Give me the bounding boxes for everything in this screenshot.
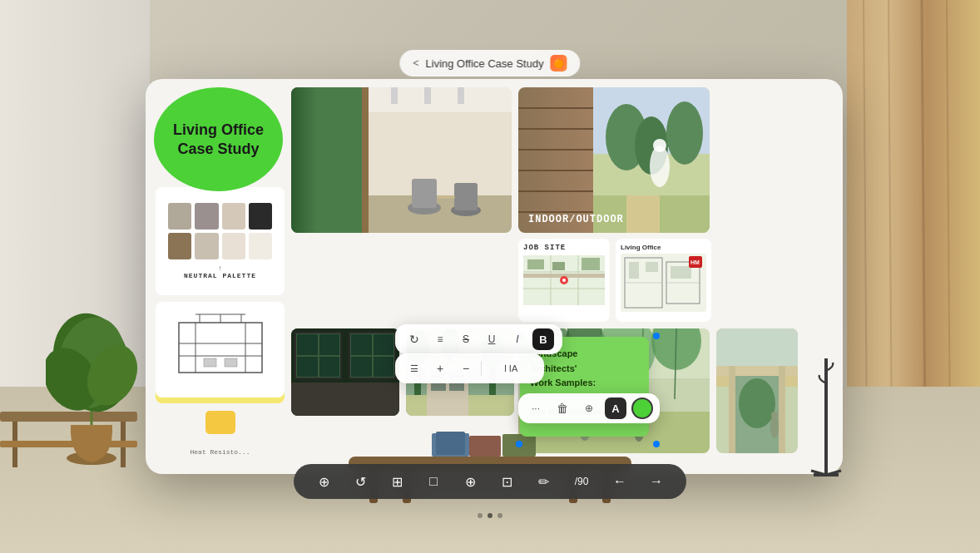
svg-rect-101 — [374, 334, 393, 355]
selection-dot-br — [653, 441, 660, 447]
office-photo-green-wall[interactable] — [291, 87, 512, 233]
toolbar-grid-btn[interactable]: ⊡ — [495, 470, 518, 493]
palette-card[interactable]: ↑ NEUTRAL PALETTE — [156, 187, 285, 295]
svg-rect-21 — [436, 432, 465, 455]
svg-point-69 — [653, 139, 666, 152]
toolbar-plus-btn[interactable]: + — [429, 358, 451, 379]
nav-back-chevron[interactable]: < — [413, 57, 418, 69]
svg-rect-137 — [716, 366, 798, 376]
plant-svg — [46, 296, 137, 471]
svg-rect-54 — [518, 87, 593, 233]
io-photo-svg: INDOOR/OUTDOOR — [518, 87, 710, 233]
context-menu-trash[interactable]: 🗑 — [552, 397, 573, 419]
coat-rack — [809, 358, 843, 486]
toolbar-undo-btn[interactable]: ← — [608, 470, 631, 493]
page-dot-1 — [478, 513, 483, 518]
svg-rect-98 — [297, 357, 318, 377]
toolbar-underline-btn[interactable]: U — [481, 328, 502, 350]
svg-rect-53 — [458, 87, 464, 104]
top-nav-bar: < Living Office Case Study 🟠 — [399, 50, 580, 77]
swatch-2 — [195, 203, 218, 230]
living-office-label: Living Office — [621, 244, 706, 251]
svg-rect-51 — [391, 87, 398, 104]
toolbar-rotate-btn[interactable]: ↻ — [403, 328, 425, 350]
context-menu-fill-color[interactable] — [631, 397, 653, 419]
svg-rect-52 — [424, 87, 431, 104]
office-photo-svg — [291, 87, 512, 233]
office-photo-windows[interactable] — [291, 328, 399, 416]
sketch-card[interactable] — [156, 302, 285, 397]
svg-rect-104 — [291, 383, 399, 416]
palette-arrow-symbol: ↑ — [219, 264, 222, 272]
nav-app-icon: 🟠 — [551, 55, 567, 72]
plant-large — [46, 296, 137, 474]
svg-rect-136 — [716, 328, 798, 366]
toolbar-redo-btn[interactable]: → — [645, 470, 668, 493]
svg-point-65 — [666, 101, 703, 165]
coat-rack-svg — [809, 358, 843, 483]
toolbar-divider — [481, 361, 482, 376]
svg-rect-44 — [369, 87, 512, 112]
toolbar-rtl-btn[interactable]: ا IA — [486, 358, 536, 379]
toolbar-align-btn[interactable]: ≡ — [429, 328, 451, 350]
context-menu-copy[interactable]: ⊕ — [578, 397, 600, 419]
selection-dot-bl — [516, 441, 522, 447]
svg-rect-100 — [351, 334, 372, 355]
toolbar-list-btn[interactable]: ☰ — [403, 358, 425, 379]
toolbar-camera-btn[interactable]: ⊕ — [312, 470, 335, 493]
swatch-3 — [222, 203, 245, 230]
landscape-photo[interactable] — [716, 328, 798, 453]
svg-rect-38 — [204, 358, 216, 367]
job-site-map — [523, 255, 605, 305]
swatch-5 — [168, 233, 191, 259]
toolbar-minus-btn[interactable]: − — [455, 358, 477, 379]
svg-rect-42 — [362, 87, 369, 233]
svg-rect-22 — [469, 436, 501, 457]
svg-rect-102 — [351, 357, 372, 377]
windows-photo-svg — [291, 328, 399, 416]
toolbar-refresh-btn[interactable]: ↺ — [349, 470, 372, 493]
svg-text:INDOOR/OUTDOOR: INDOOR/OUTDOOR — [528, 214, 624, 225]
svg-rect-103 — [374, 357, 393, 377]
heat-resist-label: Heat Resisto... — [156, 439, 285, 464]
job-site-card[interactable]: JOB SITE — [518, 239, 610, 322]
svg-point-142 — [770, 415, 779, 438]
office-sketch-svg — [166, 310, 275, 389]
svg-rect-41 — [291, 87, 366, 233]
toolbar-layers-btn[interactable]: ⊕ — [458, 470, 482, 493]
palette-swatches — [168, 203, 272, 259]
svg-rect-77 — [552, 262, 565, 270]
svg-point-143 — [771, 412, 778, 418]
living-office-map-img: HM — [621, 254, 706, 312]
swatch-1 — [168, 203, 191, 230]
landscape-svg — [716, 328, 798, 453]
svg-point-141 — [739, 378, 775, 428]
context-menu-dots[interactable]: ··· — [525, 397, 547, 419]
toolbar-italic-btn[interactable]: I — [507, 328, 528, 350]
main-board[interactable]: Living Office Case Study ↑ NEUTRAL PALET… — [146, 79, 843, 474]
toolbar-strike-btn[interactable]: S — [455, 328, 477, 350]
nav-title: Living Office Case Study — [425, 57, 543, 70]
text-toolbar-row1[interactable]: ↻ ≡ S U I B — [395, 324, 562, 354]
indoor-outdoor-photo[interactable]: INDOOR/OUTDOOR — [518, 87, 710, 233]
title-card-text: Living Office Case Study — [171, 121, 266, 158]
toolbar-image-btn[interactable]: ⊞ — [385, 470, 408, 493]
page-dot-2-active — [488, 513, 492, 518]
text-toolbar-row2[interactable]: ☰ + − ا IA — [395, 353, 544, 383]
sticky-context-menu[interactable]: ··· 🗑 ⊕ A — [518, 393, 660, 423]
bottom-toolbar[interactable]: ⊕ ↺ ⊞ □ ⊕ ⊡ ✏ /90 ← → — [294, 464, 686, 499]
yellow-swatch-area[interactable] — [156, 407, 285, 437]
swatch-6 — [195, 233, 218, 259]
swatch-8 — [249, 233, 272, 259]
toolbar-pen-btn[interactable]: ✏ — [532, 470, 555, 493]
toolbar-bold-btn[interactable]: B — [532, 328, 554, 350]
toolbar-rect-btn[interactable]: □ — [422, 470, 445, 493]
context-menu-text-color[interactable]: A — [605, 397, 626, 419]
title-card[interactable]: Living Office Case Study — [154, 87, 283, 191]
svg-rect-49 — [454, 183, 478, 210]
living-office-map-card[interactable]: Living Office HM — [616, 239, 711, 322]
neutral-palette-label: NEUTRAL PALETTE — [184, 272, 256, 279]
page-dots — [478, 513, 502, 518]
lo-map-svg: HM — [621, 254, 706, 312]
svg-rect-88 — [646, 262, 658, 272]
